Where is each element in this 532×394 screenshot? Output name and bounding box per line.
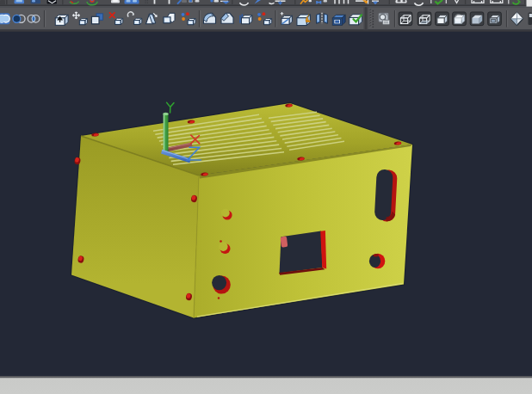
statusbar-strip (0, 376, 532, 394)
viewport-canvas[interactable] (0, 32, 532, 376)
toolbar-button-conceptual[interactable] (470, 12, 484, 26)
application-window: {"app":{"name":"CAD 3D modeling workspac… (0, 0, 532, 394)
toolbar-button-2d-wireframe[interactable] (399, 12, 412, 26)
toolbar-button-shaded[interactable] (488, 12, 502, 26)
toolbar-button-shell[interactable] (332, 15, 345, 25)
toolbar-button-extrude-faces[interactable] (55, 15, 68, 25)
toolbar-button-3d-wireframe[interactable] (418, 12, 431, 26)
toolbar-row-divider (0, 5, 532, 8)
model-enclosure-body[interactable] (71, 103, 412, 318)
toolbar-row-top (0, 0, 532, 5)
toolbar-button-partial-right[interactable] (529, 13, 532, 26)
toolbar-button-realistic[interactable] (453, 12, 467, 26)
toolbar-button-3d-hidden[interactable] (436, 12, 449, 26)
toolbar-button-union[interactable] (0, 13, 10, 24)
toolbar-dock (0, 0, 532, 32)
toolbar-button-copy-edges[interactable] (240, 14, 252, 24)
toolbar-button-check[interactable] (350, 15, 362, 25)
toolbar-button-clean[interactable] (297, 15, 311, 26)
